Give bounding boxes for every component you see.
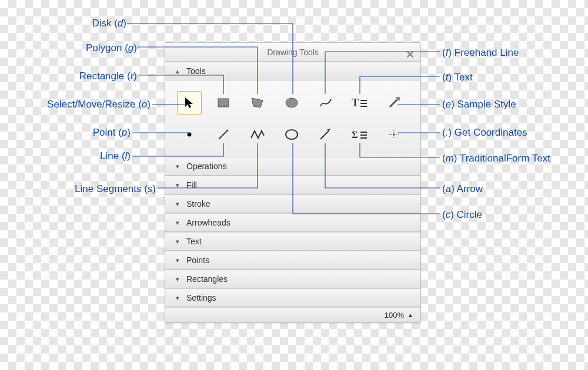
tool-sample-style[interactable]: [382, 91, 406, 115]
callout-point: Point (p): [18, 127, 131, 139]
section-text-label: Text: [186, 232, 202, 251]
svg-marker-2: [252, 98, 263, 107]
tool-line-segments[interactable]: [245, 123, 270, 146]
callout-disk: Disk (d): [18, 18, 126, 29]
close-icon[interactable]: ✕: [404, 45, 416, 57]
chevron-down-icon: ▾: [175, 270, 181, 288]
tool-rectangle[interactable]: [211, 91, 236, 115]
section-rectangles-label: Rectangles: [186, 270, 228, 288]
callout-select: Select/Move/Resize (o): [18, 99, 151, 110]
zoom-level[interactable]: 100%: [385, 308, 404, 323]
section-operations[interactable]: ▾ Operations: [165, 157, 420, 176]
callout-get-coordinates: (.) Get Coordinates: [442, 127, 527, 139]
section-stroke-label: Stroke: [186, 194, 210, 213]
zoom-up-icon[interactable]: ▲: [407, 308, 413, 323]
section-stroke[interactable]: ▾ Stroke: [165, 194, 420, 213]
panel-title-bar: Drawing Tools ✕: [165, 43, 420, 62]
chevron-down-icon: ▾: [175, 213, 181, 232]
callout-line-segments: Line Segments (s): [18, 183, 156, 195]
chevron-down-icon: ▾: [175, 232, 181, 251]
callout-text: (t) Text: [442, 72, 473, 83]
callout-line: Line (l): [18, 150, 131, 162]
callout-freehand: (f) Freehand Line: [442, 47, 519, 59]
svg-point-3: [286, 98, 298, 107]
svg-rect-1: [218, 99, 229, 107]
svg-point-12: [286, 130, 298, 139]
tool-polygon[interactable]: [245, 91, 270, 115]
svg-marker-0: [185, 97, 193, 108]
tool-get-coordinates[interactable]: [382, 123, 406, 146]
tool-text[interactable]: T: [348, 91, 372, 115]
callout-circle: (c) Circle: [442, 209, 482, 221]
svg-point-10: [188, 133, 192, 137]
callout-arrow: (a) Arrow: [442, 183, 483, 195]
section-fill-label: Fill: [186, 176, 197, 194]
chevron-down-icon: ▾: [175, 288, 181, 307]
section-points[interactable]: ▾ Points: [165, 251, 420, 270]
tool-traditionalform-text[interactable]: Σ: [348, 123, 372, 146]
section-settings-label: Settings: [186, 288, 216, 307]
chevron-up-icon: ▴: [175, 62, 181, 80]
svg-line-13: [320, 131, 329, 139]
tool-line[interactable]: [211, 123, 236, 146]
tool-circle[interactable]: [279, 123, 304, 146]
section-arrowheads[interactable]: ▾ Arrowheads: [165, 213, 420, 232]
tool-select[interactable]: [177, 91, 202, 115]
tool-disk[interactable]: [279, 91, 304, 115]
tools-grid: T Σ: [165, 80, 420, 157]
chevron-down-icon: ▾: [175, 157, 181, 176]
section-tools-header[interactable]: ▴ Tools: [165, 62, 420, 80]
panel-title: Drawing Tools: [267, 48, 319, 57]
svg-text:Σ: Σ: [352, 130, 358, 140]
section-arrowheads-label: Arrowheads: [186, 213, 230, 232]
panel-footer: 100% ▲: [165, 307, 420, 322]
svg-marker-14: [326, 129, 331, 131]
chevron-down-icon: ▾: [175, 251, 181, 270]
callout-sample-style: (e) Sample Style: [442, 99, 516, 110]
callout-traditionalform: (m) TraditionalForm Text: [442, 153, 550, 164]
section-fill[interactable]: ▾ Fill: [165, 176, 420, 194]
callout-polygon: Polygon (g): [18, 42, 137, 54]
svg-line-11: [219, 130, 228, 139]
tool-point[interactable]: [177, 123, 202, 146]
section-operations-label: Operations: [186, 157, 226, 176]
section-rectangles[interactable]: ▾ Rectangles: [165, 270, 420, 288]
callout-rectangle: Rectangle (r): [18, 70, 137, 82]
chevron-down-icon: ▾: [175, 176, 181, 194]
svg-text:T: T: [352, 97, 359, 109]
section-text[interactable]: ▾ Text: [165, 232, 420, 251]
svg-rect-9: [396, 97, 400, 100]
chevron-down-icon: ▾: [175, 194, 181, 213]
drawing-tools-panel: Drawing Tools ✕ ▴ Tools T: [165, 42, 421, 323]
section-points-label: Points: [186, 251, 209, 270]
section-tools-label: Tools: [186, 62, 206, 80]
section-settings[interactable]: ▾ Settings: [165, 288, 420, 307]
tool-arrow[interactable]: [313, 123, 338, 146]
tool-freehand-line[interactable]: [313, 91, 338, 115]
svg-point-21: [393, 134, 395, 136]
